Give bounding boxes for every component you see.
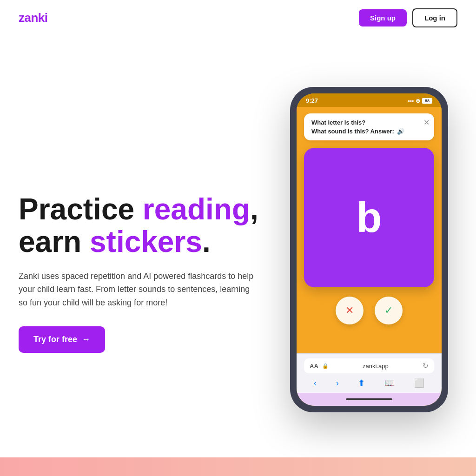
close-icon[interactable]: ✕ — [423, 118, 430, 127]
hero-subtext: Zanki uses spaced repetition and AI powe… — [19, 270, 260, 310]
battery-icon: 88 — [422, 98, 432, 104]
status-icons: ▪▪▪ ⊛ 88 — [408, 98, 432, 104]
text-size-control[interactable]: AA — [310, 363, 318, 370]
bookmarks-icon[interactable]: 📖 — [384, 378, 395, 388]
sound-row: What sound is this? Answer: 🔊 — [311, 128, 427, 135]
flashcard-letter: b — [357, 194, 382, 242]
reload-icon[interactable]: ↻ — [423, 362, 429, 370]
nav-buttons: Sign up Log in — [359, 8, 457, 27]
try-for-free-button[interactable]: Try for free → — [19, 326, 105, 353]
phone-screen: 9:27 ▪▪▪ ⊛ 88 ✕ What letter is this? Wha — [297, 93, 442, 406]
question-line1: What letter is this? — [311, 119, 427, 126]
signup-button[interactable]: Sign up — [359, 9, 407, 26]
hero-heading: Practice reading, earn stickers. — [19, 193, 260, 258]
heading-suffix-2: . — [202, 225, 211, 258]
phone-wrapper: 9:27 ▪▪▪ ⊛ 88 ✕ What letter is this? Wha — [290, 87, 448, 412]
wrong-button[interactable]: ✕ — [336, 297, 364, 324]
hero-section: Practice reading, earn stickers. Zanki u… — [0, 36, 476, 454]
login-button[interactable]: Log in — [412, 8, 457, 27]
status-time: 9:27 — [306, 97, 318, 104]
arrow-icon: → — [82, 335, 90, 344]
heading-accent-1: reading — [143, 192, 250, 226]
action-buttons: ✕ ✓ — [336, 297, 403, 324]
heading-line2: earn stickers. — [19, 225, 211, 258]
browser-bar: AA 🔒 zanki.app ↻ ‹ › ⬆ 📖 ⬜ — [297, 353, 442, 393]
heading-accent-2: stickers — [90, 225, 202, 258]
signal-icon: ▪▪▪ — [408, 98, 414, 104]
heading-suffix-1: , — [250, 192, 258, 226]
heading-prefix-2: earn — [19, 225, 90, 258]
heading-prefix-1: Practice — [19, 192, 143, 226]
forward-icon[interactable]: › — [336, 378, 339, 388]
url-bar: AA 🔒 zanki.app ↻ — [304, 358, 434, 373]
status-bar: 9:27 ▪▪▪ ⊛ 88 — [297, 93, 442, 107]
navbar: zanki Sign up Log in — [0, 0, 476, 36]
correct-button[interactable]: ✓ — [375, 297, 403, 324]
share-icon[interactable]: ⬆ — [358, 378, 365, 388]
hero-text: Practice reading, earn stickers. Zanki u… — [19, 146, 260, 353]
sound-icon: 🔊 — [397, 128, 404, 135]
back-icon[interactable]: ‹ — [314, 378, 317, 388]
browser-nav: ‹ › ⬆ 📖 ⬜ — [304, 378, 434, 388]
home-bar — [346, 398, 392, 400]
lock-icon: 🔒 — [322, 363, 329, 369]
footer-gradient — [0, 457, 476, 476]
wifi-icon: ⊛ — [416, 98, 420, 104]
logo: zanki — [19, 11, 48, 25]
phone-mockup: 9:27 ▪▪▪ ⊛ 88 ✕ What letter is this? Wha — [290, 87, 448, 412]
app-content: ✕ What letter is this? What sound is thi… — [297, 107, 442, 353]
question-bubble: ✕ What letter is this? What sound is thi… — [304, 113, 434, 140]
heading-line1: Practice reading, — [19, 192, 258, 226]
url-domain: zanki.app — [332, 363, 419, 370]
try-button-label: Try for free — [33, 335, 77, 344]
question-line2-prefix: What sound is this? Answer: — [311, 128, 394, 135]
tabs-icon[interactable]: ⬜ — [414, 378, 424, 388]
home-indicator — [297, 393, 442, 406]
flashcard[interactable]: b — [304, 148, 434, 287]
